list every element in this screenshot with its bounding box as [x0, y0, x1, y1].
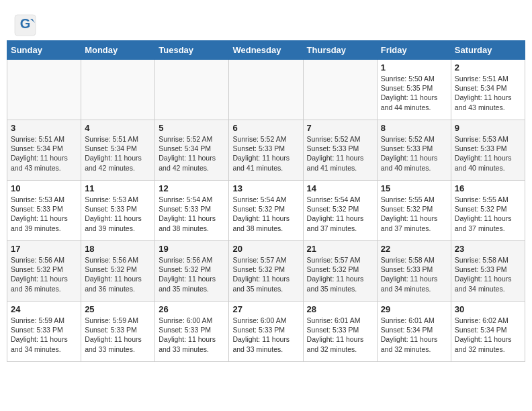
- day-cell: 6Sunrise: 5:52 AM Sunset: 5:33 PM Daylig…: [229, 120, 303, 181]
- day-info: Sunrise: 5:52 AM Sunset: 5:34 PM Dayligh…: [159, 134, 225, 173]
- day-number: 1: [381, 62, 447, 73]
- day-cell: 29Sunrise: 6:01 AM Sunset: 5:34 PM Dayli…: [377, 302, 451, 362]
- day-number: 13: [232, 183, 299, 193]
- day-cell: [303, 60, 377, 120]
- day-info: Sunrise: 5:50 AM Sunset: 5:35 PM Dayligh…: [381, 74, 447, 112]
- day-cell: 10Sunrise: 5:53 AM Sunset: 5:33 PM Dayli…: [7, 181, 81, 241]
- day-info: Sunrise: 6:01 AM Sunset: 5:34 PM Dayligh…: [381, 316, 447, 354]
- day-number: 26: [159, 304, 225, 314]
- day-cell: [229, 60, 303, 120]
- day-number: 7: [307, 123, 373, 133]
- day-info: Sunrise: 5:55 AM Sunset: 5:32 PM Dayligh…: [381, 195, 447, 233]
- day-cell: 14Sunrise: 5:54 AM Sunset: 5:32 PM Dayli…: [303, 181, 377, 241]
- calendar: SundayMondayTuesdayWednesdayThursdayFrid…: [7, 40, 525, 362]
- week-row-2: 10Sunrise: 5:53 AM Sunset: 5:33 PM Dayli…: [7, 181, 525, 241]
- day-number: 21: [307, 244, 373, 254]
- day-cell: 17Sunrise: 5:56 AM Sunset: 5:32 PM Dayli…: [7, 241, 81, 302]
- day-info: Sunrise: 5:53 AM Sunset: 5:33 PM Dayligh…: [11, 195, 77, 233]
- day-cell: 22Sunrise: 5:58 AM Sunset: 5:33 PM Dayli…: [377, 241, 451, 302]
- day-number: 19: [159, 244, 225, 254]
- day-cell: 26Sunrise: 6:00 AM Sunset: 5:33 PM Dayli…: [155, 302, 229, 362]
- day-number: 3: [11, 123, 77, 133]
- day-number: 25: [85, 304, 151, 314]
- day-cell: 5Sunrise: 5:52 AM Sunset: 5:34 PM Daylig…: [155, 120, 229, 181]
- day-cell: 25Sunrise: 5:59 AM Sunset: 5:33 PM Dayli…: [81, 302, 155, 362]
- weekday-header-thursday: Thursday: [303, 41, 377, 60]
- day-cell: 18Sunrise: 5:56 AM Sunset: 5:32 PM Dayli…: [81, 241, 155, 302]
- day-cell: 30Sunrise: 6:02 AM Sunset: 5:34 PM Dayli…: [451, 302, 525, 362]
- day-info: Sunrise: 5:56 AM Sunset: 5:32 PM Dayligh…: [11, 255, 77, 293]
- day-cell: 1Sunrise: 5:50 AM Sunset: 5:35 PM Daylig…: [377, 60, 451, 120]
- day-cell: 3Sunrise: 5:51 AM Sunset: 5:34 PM Daylig…: [7, 120, 81, 181]
- day-info: Sunrise: 5:59 AM Sunset: 5:33 PM Dayligh…: [85, 316, 151, 354]
- header: G: [7, 7, 525, 37]
- day-info: Sunrise: 6:02 AM Sunset: 5:34 PM Dayligh…: [455, 316, 521, 354]
- day-info: Sunrise: 6:00 AM Sunset: 5:33 PM Dayligh…: [159, 316, 225, 354]
- day-cell: [155, 60, 229, 120]
- day-cell: 4Sunrise: 5:51 AM Sunset: 5:34 PM Daylig…: [81, 120, 155, 181]
- day-cell: 24Sunrise: 5:59 AM Sunset: 5:33 PM Dayli…: [7, 302, 81, 362]
- day-cell: 19Sunrise: 5:56 AM Sunset: 5:32 PM Dayli…: [155, 241, 229, 302]
- day-number: 30: [455, 304, 521, 314]
- week-row-0: 1Sunrise: 5:50 AM Sunset: 5:35 PM Daylig…: [7, 60, 525, 120]
- day-cell: 28Sunrise: 6:01 AM Sunset: 5:33 PM Dayli…: [303, 302, 377, 362]
- day-info: Sunrise: 6:00 AM Sunset: 5:33 PM Dayligh…: [232, 316, 299, 354]
- week-row-3: 17Sunrise: 5:56 AM Sunset: 5:32 PM Dayli…: [7, 241, 525, 302]
- svg-text:G: G: [20, 16, 31, 31]
- day-number: 20: [232, 244, 299, 254]
- day-number: 16: [455, 183, 521, 193]
- day-info: Sunrise: 6:01 AM Sunset: 5:33 PM Dayligh…: [307, 316, 373, 354]
- day-cell: 2Sunrise: 5:51 AM Sunset: 5:34 PM Daylig…: [451, 60, 525, 120]
- weekday-header-saturday: Saturday: [451, 41, 525, 60]
- weekday-header-sunday: Sunday: [7, 41, 81, 60]
- day-cell: 23Sunrise: 5:58 AM Sunset: 5:33 PM Dayli…: [451, 241, 525, 302]
- week-row-1: 3Sunrise: 5:51 AM Sunset: 5:34 PM Daylig…: [7, 120, 525, 181]
- day-info: Sunrise: 5:52 AM Sunset: 5:33 PM Dayligh…: [307, 134, 373, 173]
- day-info: Sunrise: 5:51 AM Sunset: 5:34 PM Dayligh…: [85, 134, 151, 173]
- day-cell: 20Sunrise: 5:57 AM Sunset: 5:32 PM Dayli…: [229, 241, 303, 302]
- weekday-header-wednesday: Wednesday: [229, 41, 303, 60]
- day-number: 11: [85, 183, 151, 193]
- day-number: 17: [11, 244, 77, 254]
- day-info: Sunrise: 5:55 AM Sunset: 5:32 PM Dayligh…: [455, 195, 521, 233]
- day-number: 23: [455, 244, 521, 254]
- day-info: Sunrise: 5:57 AM Sunset: 5:32 PM Dayligh…: [307, 255, 373, 293]
- logo: G: [13, 13, 37, 34]
- day-info: Sunrise: 5:58 AM Sunset: 5:33 PM Dayligh…: [381, 255, 447, 293]
- day-number: 5: [159, 123, 225, 133]
- day-info: Sunrise: 5:59 AM Sunset: 5:33 PM Dayligh…: [11, 316, 77, 354]
- day-cell: 12Sunrise: 5:54 AM Sunset: 5:33 PM Dayli…: [155, 181, 229, 241]
- day-cell: [7, 60, 81, 120]
- day-info: Sunrise: 5:53 AM Sunset: 5:33 PM Dayligh…: [85, 195, 151, 233]
- day-number: 12: [159, 183, 225, 193]
- day-cell: 27Sunrise: 6:00 AM Sunset: 5:33 PM Dayli…: [229, 302, 303, 362]
- day-cell: 11Sunrise: 5:53 AM Sunset: 5:33 PM Dayli…: [81, 181, 155, 241]
- day-info: Sunrise: 5:51 AM Sunset: 5:34 PM Dayligh…: [455, 74, 521, 112]
- day-info: Sunrise: 5:56 AM Sunset: 5:32 PM Dayligh…: [85, 255, 151, 293]
- day-info: Sunrise: 5:53 AM Sunset: 5:33 PM Dayligh…: [455, 134, 521, 173]
- day-cell: 13Sunrise: 5:54 AM Sunset: 5:32 PM Dayli…: [229, 181, 303, 241]
- weekday-header-friday: Friday: [377, 41, 451, 60]
- weekday-header-monday: Monday: [81, 41, 155, 60]
- day-number: 9: [455, 123, 521, 133]
- logo-icon: G: [13, 13, 34, 34]
- day-info: Sunrise: 5:58 AM Sunset: 5:33 PM Dayligh…: [455, 255, 521, 293]
- day-info: Sunrise: 5:56 AM Sunset: 5:32 PM Dayligh…: [159, 255, 225, 293]
- week-row-4: 24Sunrise: 5:59 AM Sunset: 5:33 PM Dayli…: [7, 302, 525, 362]
- day-info: Sunrise: 5:57 AM Sunset: 5:32 PM Dayligh…: [232, 255, 299, 293]
- day-number: 28: [307, 304, 373, 314]
- day-number: 14: [307, 183, 373, 193]
- day-number: 2: [455, 62, 521, 73]
- day-cell: 7Sunrise: 5:52 AM Sunset: 5:33 PM Daylig…: [303, 120, 377, 181]
- day-number: 10: [11, 183, 77, 193]
- day-info: Sunrise: 5:54 AM Sunset: 5:32 PM Dayligh…: [232, 195, 299, 233]
- day-number: 24: [11, 304, 77, 314]
- day-cell: 15Sunrise: 5:55 AM Sunset: 5:32 PM Dayli…: [377, 181, 451, 241]
- day-info: Sunrise: 5:54 AM Sunset: 5:33 PM Dayligh…: [159, 195, 225, 233]
- day-number: 22: [381, 244, 447, 254]
- day-cell: 16Sunrise: 5:55 AM Sunset: 5:32 PM Dayli…: [451, 181, 525, 241]
- day-number: 27: [232, 304, 299, 314]
- day-info: Sunrise: 5:52 AM Sunset: 5:33 PM Dayligh…: [381, 134, 447, 173]
- day-number: 29: [381, 304, 447, 314]
- day-number: 18: [85, 244, 151, 254]
